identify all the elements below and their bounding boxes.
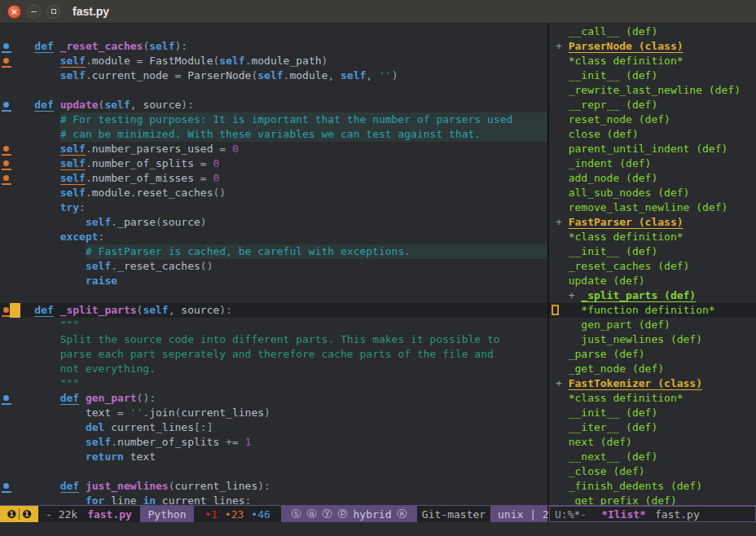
code-line-text: parse each part seperately and therefore… [9, 347, 494, 362]
outline-item-label: __call__ (def) [569, 25, 658, 37]
outline-item[interactable]: update (def) [549, 274, 756, 288]
code-line[interactable]: # can be minimized. With these variables… [0, 127, 547, 142]
code-line-text: self.number_of_misses = 0 [9, 171, 219, 186]
outline-item[interactable]: __next__ (def) [549, 450, 756, 464]
outline-item[interactable]: _rewrite_last_newline (def) [549, 83, 756, 98]
outline-item-label: close (def) [569, 128, 639, 140]
code-line[interactable]: self.number_of_splits += 1 [0, 435, 547, 450]
code-line[interactable]: self._reset_caches() [0, 259, 547, 274]
outline-item[interactable]: *class definition* [549, 230, 756, 244]
outline-item-label: *class definition* [569, 392, 683, 404]
close-icon: × [11, 7, 18, 16]
outline-item[interactable]: __call__ (def) [549, 24, 756, 39]
outline-item-label: __iter__ (def) [569, 421, 658, 433]
code-line[interactable]: for line in current_lines: [0, 494, 547, 505]
code-line[interactable]: Split the source code into different par… [0, 332, 547, 347]
code-line[interactable] [0, 464, 547, 479]
major-mode-segment[interactable]: Python [140, 506, 194, 522]
code-line[interactable]: return text [0, 450, 547, 464]
outline-item[interactable]: __repr__ (def) [549, 98, 756, 112]
window-close-button[interactable]: × [7, 5, 21, 19]
window-minimize-button[interactable]: − [27, 5, 41, 19]
code-line-text: self.number_of_splits = 0 [9, 156, 219, 171]
code-line[interactable]: self._parse(source) [0, 215, 547, 230]
window-maximize-button[interactable] [46, 5, 60, 19]
code-line[interactable]: self.number_parsers_used = 0 [0, 142, 547, 156]
code-line-text: for line in current_lines: [9, 494, 251, 505]
outline-item-label: __next__ (def) [569, 450, 658, 463]
outline-item[interactable]: __init__ (def) [549, 406, 756, 420]
buffer-info-segment[interactable]: - 22k fast.py [38, 506, 140, 522]
outline-item[interactable]: + FastParser (class) [549, 215, 756, 230]
code-buffer[interactable]: def _reset_caches(self): self.module = F… [0, 24, 547, 505]
code-line-text: self.current_node = ParserNode(self.modu… [9, 68, 398, 83]
outline-item[interactable]: + FastTokenizer (class) [549, 376, 756, 391]
code-line[interactable]: self.number_of_splits = 0 [0, 156, 547, 171]
outline-item[interactable]: just_newlines (def) [549, 332, 756, 347]
hollow-cursor [552, 305, 559, 315]
flycheck-segment[interactable]: •1 •23 •46 [194, 506, 281, 522]
code-line[interactable]: self.current_node = ParserNode(self.modu… [0, 68, 547, 83]
outline-item[interactable]: gen_part (def) [549, 318, 756, 332]
code-line[interactable]: self.number_of_misses = 0 [0, 171, 547, 186]
code-line[interactable]: text = ''.join(current_lines) [0, 406, 547, 420]
code-line[interactable]: def gen_part(): [0, 391, 547, 406]
code-line[interactable]: """ [0, 376, 547, 391]
code-line-text: text = ''.join(current_lines) [9, 406, 270, 420]
code-line[interactable]: def _split_parts(self, source): [0, 303, 547, 318]
code-line[interactable]: self.module = FastModule(self.module_pat… [0, 54, 547, 68]
code-line[interactable]: not everything. [0, 362, 547, 376]
outline-item[interactable]: add_node (def) [549, 171, 756, 186]
outline-item[interactable]: _indent (def) [549, 156, 756, 171]
code-line[interactable] [0, 288, 547, 303]
outline-item[interactable]: reset_node (def) [549, 112, 756, 127]
outline-item[interactable]: __init__ (def) [549, 244, 756, 259]
outline-item[interactable]: + ParserNode (class) [549, 39, 756, 54]
outline-item[interactable]: _get_node (def) [549, 362, 756, 376]
code-line-text: def gen_part(): [9, 391, 156, 406]
outline-item[interactable]: *class definition* [549, 54, 756, 68]
flycheck-warnings: •23 [225, 508, 244, 521]
outline-item[interactable]: *function definition* [549, 303, 756, 318]
code-line[interactable]: """ [0, 318, 547, 332]
minor-modes-segment[interactable]: ⓢ ⓐ ⓨ ⓟ hybrid Ⓚ [281, 506, 417, 522]
code-line[interactable]: # FastParser is cached, be careful with … [0, 244, 547, 259]
code-line-text: except: [9, 230, 104, 244]
outline-item[interactable]: __iter__ (def) [549, 420, 756, 435]
outline-item[interactable]: remove_last_newline (def) [549, 200, 756, 215]
outline-item[interactable]: parent_until_indent (def) [549, 142, 756, 156]
code-line[interactable]: def just_newlines(current_lines): [0, 479, 547, 494]
vcs-branch-segment[interactable]: Git-master [417, 506, 490, 522]
outline-item[interactable]: all_sub_nodes (def) [549, 186, 756, 200]
code-line[interactable]: def _reset_caches(self): [0, 39, 547, 54]
outline-item[interactable]: __init__ (def) [549, 68, 756, 83]
ilist-file-name: fast.py [655, 508, 700, 521]
code-line[interactable]: try: [0, 200, 547, 215]
outline-item-label: ParserNode (class) [569, 40, 683, 52]
outline-item[interactable]: _close (def) [549, 464, 756, 479]
code-line[interactable]: raise [0, 274, 547, 288]
outline-item[interactable]: _get_prefix (def) [549, 494, 756, 505]
outline-item[interactable]: + _split_parts (def) [549, 288, 756, 303]
code-line[interactable] [0, 83, 547, 98]
outline-item[interactable]: *class definition* [549, 391, 756, 406]
code-line-text: def just_newlines(current_lines): [9, 479, 270, 494]
maximize-icon [51, 9, 56, 14]
code-line-text: self.number_of_splits += 1 [9, 435, 251, 450]
code-line[interactable]: except: [0, 230, 547, 244]
outline-item[interactable]: _parse (def) [549, 347, 756, 362]
code-line-text: raise [9, 274, 117, 288]
outline-item[interactable]: close (def) [549, 127, 756, 142]
minor-mode-p-icon: ⓟ [338, 507, 348, 521]
code-line[interactable]: del current_lines[:] [0, 420, 547, 435]
code-line[interactable]: self.module.reset_caches() [0, 186, 547, 200]
outline-item[interactable]: next (def) [549, 435, 756, 450]
outline-item[interactable]: _reset_caches (def) [549, 259, 756, 274]
code-line[interactable]: # For testing purposes: It is important … [0, 112, 547, 127]
echo-area[interactable] [0, 522, 756, 536]
minimize-icon: − [30, 7, 37, 16]
modeline: ❶ ❶ - 22k fast.py Python •1 •23 •46 ⓢ ⓐ … [0, 505, 756, 522]
code-line[interactable]: def update(self, source): [0, 98, 547, 112]
outline-item[interactable]: _finish_dedents (def) [549, 479, 756, 494]
code-line[interactable]: parse each part seperately and therefore… [0, 347, 547, 362]
